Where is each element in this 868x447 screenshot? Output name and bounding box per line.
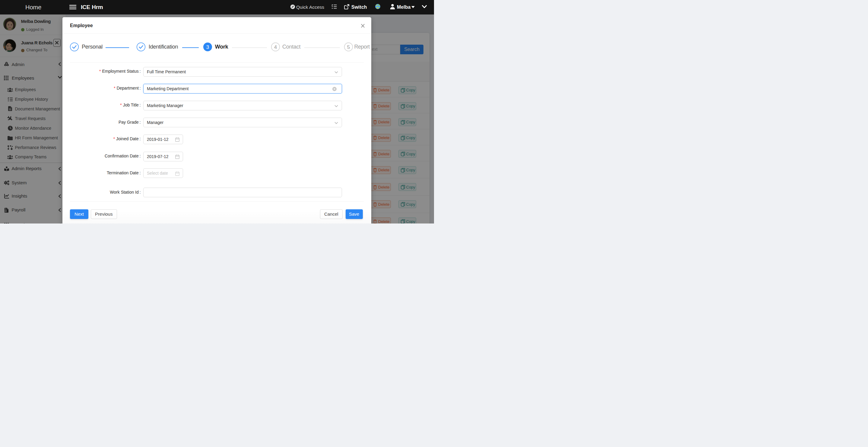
svg-text:5: 5 — [347, 44, 350, 50]
svg-text:4: 4 — [274, 44, 277, 50]
svg-text:3: 3 — [206, 44, 209, 50]
